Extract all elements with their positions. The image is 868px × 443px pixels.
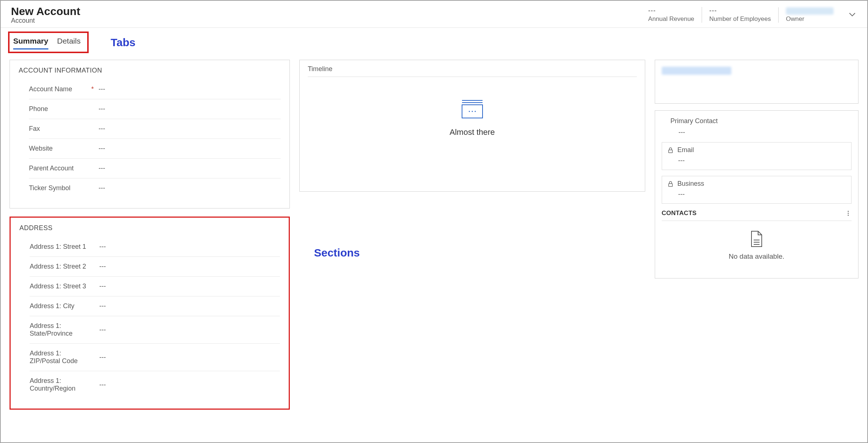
lock-icon — [667, 181, 674, 187]
label-primary-contact: Primary Contact — [671, 117, 852, 125]
tabs-highlight-box: Summary Details — [8, 32, 89, 53]
value-address-street1: --- — [99, 243, 106, 251]
label-address-street3: Address 1: Street 3 — [30, 283, 92, 290]
header-field-annual-revenue[interactable]: --- Annual Revenue — [641, 7, 702, 23]
lock-icon — [667, 147, 674, 154]
contacts-empty-message: No data available. — [729, 252, 784, 261]
document-icon — [749, 230, 764, 247]
section-account-information: ACCOUNT INFORMATION Account Name * --- P… — [10, 60, 290, 208]
header-expand-button[interactable] — [841, 10, 857, 21]
timeline-message: Almost there — [450, 128, 495, 137]
value-ticker-symbol: --- — [99, 184, 105, 192]
label-ticker-symbol: Ticker Symbol — [29, 184, 91, 192]
section-timeline: Timeline Almost there — [299, 60, 645, 192]
label-address-street1: Address 1: Street 1 — [30, 243, 92, 251]
svg-point-1 — [472, 111, 473, 112]
label-address-country: Address 1: Country/Region — [30, 377, 92, 392]
value-address-street2: --- — [99, 263, 106, 270]
annotation-tabs-label: Tabs — [111, 36, 136, 49]
value-website: --- — [99, 145, 105, 152]
field-parent-account[interactable]: Parent Account --- — [29, 159, 281, 178]
page-title: New Account — [11, 5, 80, 18]
section-title-address: ADDRESS — [19, 224, 280, 232]
value-address-country: --- — [99, 381, 106, 389]
required-indicator: * — [91, 85, 99, 93]
value-address-zip: --- — [99, 354, 106, 361]
header-field-num-employees[interactable]: --- Number of Employees — [702, 7, 778, 23]
header: New Account Account --- Annual Revenue -… — [1, 1, 867, 28]
field-ticker-symbol[interactable]: Ticker Symbol --- — [29, 178, 281, 198]
value-account-name: --- — [99, 85, 105, 93]
svg-point-5 — [848, 211, 849, 212]
num-employees-label: Number of Employees — [709, 15, 771, 23]
owner-value-redacted — [786, 7, 834, 15]
field-address-zip[interactable]: Address 1: ZIP/Postal Code --- — [30, 344, 280, 371]
section-related-redacted — [655, 60, 858, 104]
tabs-row: Summary Details Tabs — [1, 28, 867, 55]
svg-point-2 — [474, 111, 476, 112]
field-phone[interactable]: Phone --- — [29, 99, 281, 119]
field-website[interactable]: Website --- — [29, 139, 281, 159]
value-phone: --- — [99, 105, 105, 113]
label-address-city: Address 1: City — [30, 302, 92, 310]
entity-name: Account — [11, 17, 80, 25]
field-account-name[interactable]: Account Name * --- — [29, 80, 281, 99]
field-address-street1[interactable]: Address 1: Street 1 --- — [30, 237, 280, 257]
value-parent-account: --- — [99, 165, 105, 172]
value-address-street3: --- — [99, 283, 106, 290]
label-website: Website — [29, 145, 91, 152]
section-title-account-information: ACCOUNT INFORMATION — [19, 67, 281, 74]
tab-summary[interactable]: Summary — [13, 37, 48, 49]
timeline-title: Timeline — [308, 65, 637, 77]
field-address-city[interactable]: Address 1: City --- — [30, 296, 280, 316]
svg-point-6 — [848, 213, 849, 214]
header-field-owner[interactable]: Owner — [778, 7, 841, 23]
value-fax: --- — [99, 125, 105, 133]
field-address-street2[interactable]: Address 1: Street 2 --- — [30, 257, 280, 277]
primary-contact-business: Business --- — [662, 176, 852, 204]
annotation-sections-label: Sections — [314, 247, 645, 259]
section-address: ADDRESS Address 1: Street 1 --- Address … — [10, 217, 290, 410]
label-business: Business — [677, 180, 704, 188]
label-fax: Fax — [29, 125, 91, 133]
num-employees-value: --- — [709, 7, 771, 15]
annual-revenue-value: --- — [648, 7, 694, 15]
value-address-city: --- — [99, 302, 106, 310]
label-address-street2: Address 1: Street 2 — [30, 263, 92, 270]
folder-icon — [461, 99, 484, 119]
field-address-country[interactable]: Address 1: Country/Region --- — [30, 371, 280, 398]
annual-revenue-label: Annual Revenue — [648, 15, 694, 23]
field-address-state[interactable]: Address 1: State/Province --- — [30, 316, 280, 344]
chevron-down-icon — [847, 10, 857, 19]
section-primary-contact: Primary Contact --- Email --- Business — [655, 110, 858, 278]
label-address-zip: Address 1: ZIP/Postal Code — [30, 350, 92, 365]
contacts-empty-state: No data available. — [662, 221, 852, 273]
field-fax[interactable]: Fax --- — [29, 119, 281, 139]
value-business: --- — [678, 191, 846, 198]
value-email: --- — [678, 157, 846, 165]
tab-details[interactable]: Details — [57, 37, 81, 49]
svg-rect-4 — [668, 184, 672, 187]
svg-point-7 — [848, 215, 849, 216]
owner-label: Owner — [786, 15, 834, 23]
field-address-street3[interactable]: Address 1: Street 3 --- — [30, 277, 280, 296]
contacts-title: CONTACTS — [662, 210, 697, 217]
header-fields: --- Annual Revenue --- Number of Employe… — [641, 7, 857, 23]
contacts-header: CONTACTS — [662, 207, 852, 221]
label-phone: Phone — [29, 105, 91, 113]
primary-contact-email: Email --- — [662, 142, 852, 170]
label-email: Email — [677, 146, 694, 154]
label-parent-account: Parent Account — [29, 165, 91, 172]
label-account-name: Account Name — [29, 85, 91, 93]
svg-rect-3 — [668, 150, 672, 153]
more-vertical-icon[interactable] — [845, 210, 852, 217]
svg-point-0 — [469, 111, 470, 112]
label-address-state: Address 1: State/Province — [30, 322, 92, 337]
value-primary-contact[interactable]: --- — [679, 129, 852, 136]
value-address-state: --- — [99, 326, 106, 334]
redacted-link — [662, 67, 731, 75]
